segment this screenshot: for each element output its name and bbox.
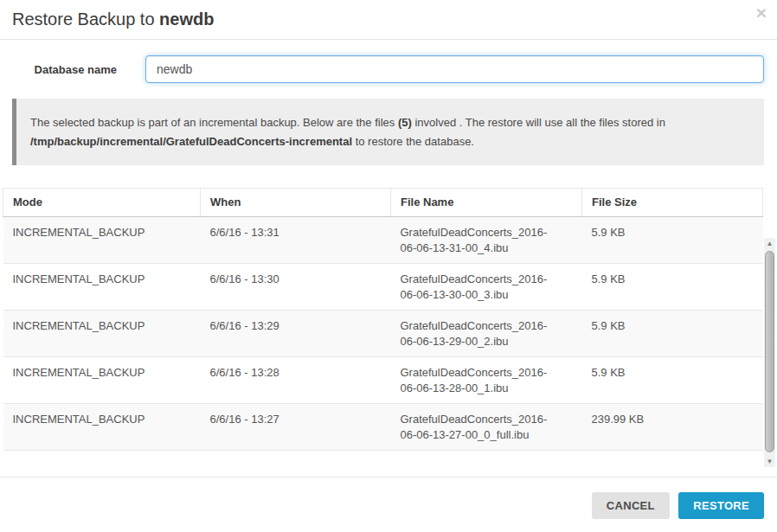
info-backup-path: /tmp/backup/incremental/GratefulDeadConc… (30, 135, 352, 148)
close-icon[interactable]: × (756, 3, 767, 22)
table-row[interactable]: INCREMENTAL_BACKUP6/6/16 - 13:28Grateful… (3, 357, 763, 404)
cell-when: 6/6/16 - 13:30 (201, 264, 391, 311)
cell-file-size: 239.99 KB (582, 404, 763, 451)
restore-backup-dialog: Restore Backup to newdb × Database name … (0, 0, 777, 532)
cell-file-name: GratefulDeadConcerts_2016-06-06-13-30-00… (391, 264, 582, 311)
table-row[interactable]: INCREMENTAL_BACKUP6/6/16 - 13:29Grateful… (3, 311, 763, 357)
cell-file-name: GratefulDeadConcerts_2016-06-06-13-31-00… (391, 217, 582, 264)
table-row[interactable]: INCREMENTAL_BACKUP6/6/16 - 13:31Grateful… (3, 217, 763, 264)
scrollbar-up-arrow-icon[interactable]: ▲ (764, 238, 775, 249)
cell-mode: INCREMENTAL_BACKUP (3, 311, 201, 357)
cell-mode: INCREMENTAL_BACKUP (3, 404, 201, 451)
cell-file-size: 5.9 KB (582, 311, 763, 357)
cell-file-name: GratefulDeadConcerts_2016-06-06-13-28-00… (391, 357, 582, 404)
dialog-header: Restore Backup to newdb × (0, 0, 777, 40)
cell-file-size: 5.9 KB (582, 217, 763, 264)
cell-file-size: 5.9 KB (582, 357, 763, 404)
column-header-file-name: File Name (391, 189, 582, 217)
info-text-3: to restore the database. (352, 135, 474, 148)
cell-when: 6/6/16 - 13:27 (201, 404, 391, 451)
dialog-title-text: Restore Backup to (12, 10, 159, 29)
cell-file-name: GratefulDeadConcerts_2016-06-06-13-27-00… (391, 404, 582, 451)
table-scrollbar[interactable]: ▲ ▼ (764, 238, 775, 467)
backup-files-table-area: ModeWhenFile NameFile Size INCREMENTAL_B… (3, 188, 763, 451)
dialog-title: Restore Backup to newdb (12, 10, 764, 29)
cancel-button[interactable]: CANCEL (592, 492, 670, 519)
cell-file-name: GratefulDeadConcerts_2016-06-06-13-29-00… (391, 311, 582, 357)
dialog-title-dbname: newdb (159, 10, 214, 29)
table-header: ModeWhenFile NameFile Size (3, 189, 763, 217)
info-text-2: involved . The restore will use all the … (412, 116, 665, 129)
cell-file-size: 5.9 KB (582, 264, 763, 311)
scrollbar-down-arrow-icon[interactable]: ▼ (764, 456, 775, 467)
cell-mode: INCREMENTAL_BACKUP (3, 357, 201, 404)
incremental-info-box: The selected backup is part of an increm… (12, 99, 764, 165)
cell-when: 6/6/16 - 13:29 (201, 311, 391, 357)
column-header-when: When (201, 189, 391, 217)
backup-files-table: ModeWhenFile NameFile Size INCREMENTAL_B… (3, 188, 763, 451)
info-file-count: (5) (398, 116, 412, 129)
table-body: INCREMENTAL_BACKUP6/6/16 - 13:31Grateful… (3, 217, 763, 451)
database-name-input[interactable] (145, 55, 764, 83)
table-row[interactable]: INCREMENTAL_BACKUP6/6/16 - 13:27Grateful… (3, 404, 763, 451)
cell-when: 6/6/16 - 13:28 (201, 357, 391, 404)
restore-button[interactable]: RESTORE (678, 492, 764, 519)
scrollbar-thumb[interactable] (765, 251, 774, 452)
info-text-1: The selected backup is part of an increm… (30, 116, 398, 129)
cell-mode: INCREMENTAL_BACKUP (3, 217, 201, 264)
database-name-row: Database name (12, 55, 764, 83)
database-name-label: Database name (12, 63, 117, 76)
table-row[interactable]: INCREMENTAL_BACKUP6/6/16 - 13:30Grateful… (3, 264, 763, 311)
dialog-footer: CANCEL RESTORE (0, 477, 777, 519)
cell-when: 6/6/16 - 13:31 (201, 217, 391, 264)
column-header-mode: Mode (3, 189, 201, 217)
cell-mode: INCREMENTAL_BACKUP (3, 264, 201, 311)
column-header-file-size: File Size (582, 189, 763, 217)
